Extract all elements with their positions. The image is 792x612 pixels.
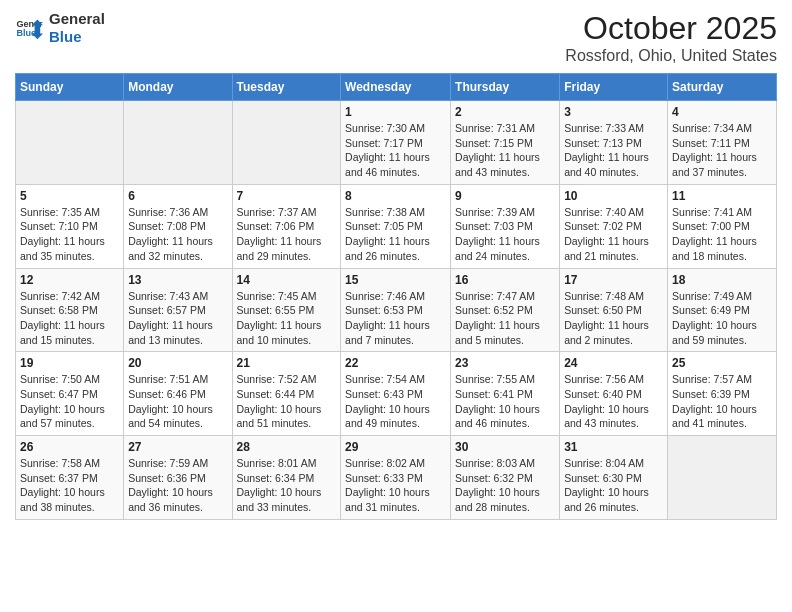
day-info: Sunrise: 7:41 AM Sunset: 7:00 PM Dayligh… [672, 205, 772, 264]
day-info: Sunrise: 7:55 AM Sunset: 6:41 PM Dayligh… [455, 372, 555, 431]
calendar-cell: 24Sunrise: 7:56 AM Sunset: 6:40 PM Dayli… [560, 352, 668, 436]
logo-text-general: General [49, 10, 105, 28]
day-number: 11 [672, 189, 772, 203]
calendar-cell [232, 101, 341, 185]
day-info: Sunrise: 7:30 AM Sunset: 7:17 PM Dayligh… [345, 121, 446, 180]
day-number: 12 [20, 273, 119, 287]
calendar-week-row: 5Sunrise: 7:35 AM Sunset: 7:10 PM Daylig… [16, 184, 777, 268]
weekday-header: Wednesday [341, 74, 451, 101]
calendar-week-row: 19Sunrise: 7:50 AM Sunset: 6:47 PM Dayli… [16, 352, 777, 436]
day-info: Sunrise: 7:34 AM Sunset: 7:11 PM Dayligh… [672, 121, 772, 180]
day-number: 8 [345, 189, 446, 203]
day-number: 17 [564, 273, 663, 287]
title-block: October 2025 Rossford, Ohio, United Stat… [565, 10, 777, 65]
calendar-subtitle: Rossford, Ohio, United States [565, 47, 777, 65]
day-number: 19 [20, 356, 119, 370]
day-info: Sunrise: 7:59 AM Sunset: 6:36 PM Dayligh… [128, 456, 227, 515]
weekday-header: Monday [124, 74, 232, 101]
calendar-cell: 14Sunrise: 7:45 AM Sunset: 6:55 PM Dayli… [232, 268, 341, 352]
day-number: 1 [345, 105, 446, 119]
day-info: Sunrise: 7:38 AM Sunset: 7:05 PM Dayligh… [345, 205, 446, 264]
day-info: Sunrise: 7:47 AM Sunset: 6:52 PM Dayligh… [455, 289, 555, 348]
day-number: 13 [128, 273, 227, 287]
day-info: Sunrise: 7:36 AM Sunset: 7:08 PM Dayligh… [128, 205, 227, 264]
calendar-week-row: 12Sunrise: 7:42 AM Sunset: 6:58 PM Dayli… [16, 268, 777, 352]
logo: General Blue General Blue [15, 10, 105, 46]
day-number: 18 [672, 273, 772, 287]
day-info: Sunrise: 7:58 AM Sunset: 6:37 PM Dayligh… [20, 456, 119, 515]
day-info: Sunrise: 7:43 AM Sunset: 6:57 PM Dayligh… [128, 289, 227, 348]
day-number: 9 [455, 189, 555, 203]
day-info: Sunrise: 7:31 AM Sunset: 7:15 PM Dayligh… [455, 121, 555, 180]
calendar-cell: 21Sunrise: 7:52 AM Sunset: 6:44 PM Dayli… [232, 352, 341, 436]
calendar-cell: 9Sunrise: 7:39 AM Sunset: 7:03 PM Daylig… [451, 184, 560, 268]
weekday-header: Sunday [16, 74, 124, 101]
calendar-cell: 20Sunrise: 7:51 AM Sunset: 6:46 PM Dayli… [124, 352, 232, 436]
calendar-cell: 11Sunrise: 7:41 AM Sunset: 7:00 PM Dayli… [668, 184, 777, 268]
calendar-cell: 19Sunrise: 7:50 AM Sunset: 6:47 PM Dayli… [16, 352, 124, 436]
day-number: 29 [345, 440, 446, 454]
day-number: 2 [455, 105, 555, 119]
day-info: Sunrise: 8:03 AM Sunset: 6:32 PM Dayligh… [455, 456, 555, 515]
day-number: 6 [128, 189, 227, 203]
day-info: Sunrise: 7:56 AM Sunset: 6:40 PM Dayligh… [564, 372, 663, 431]
calendar-cell: 5Sunrise: 7:35 AM Sunset: 7:10 PM Daylig… [16, 184, 124, 268]
day-info: Sunrise: 7:40 AM Sunset: 7:02 PM Dayligh… [564, 205, 663, 264]
logo-icon: General Blue [15, 14, 43, 42]
calendar-cell: 8Sunrise: 7:38 AM Sunset: 7:05 PM Daylig… [341, 184, 451, 268]
calendar-cell: 1Sunrise: 7:30 AM Sunset: 7:17 PM Daylig… [341, 101, 451, 185]
calendar-body: 1Sunrise: 7:30 AM Sunset: 7:17 PM Daylig… [16, 101, 777, 520]
day-info: Sunrise: 8:04 AM Sunset: 6:30 PM Dayligh… [564, 456, 663, 515]
day-info: Sunrise: 7:35 AM Sunset: 7:10 PM Dayligh… [20, 205, 119, 264]
day-number: 22 [345, 356, 446, 370]
day-number: 15 [345, 273, 446, 287]
day-info: Sunrise: 7:57 AM Sunset: 6:39 PM Dayligh… [672, 372, 772, 431]
day-number: 31 [564, 440, 663, 454]
day-info: Sunrise: 7:54 AM Sunset: 6:43 PM Dayligh… [345, 372, 446, 431]
day-number: 28 [237, 440, 337, 454]
weekday-header: Saturday [668, 74, 777, 101]
day-info: Sunrise: 7:39 AM Sunset: 7:03 PM Dayligh… [455, 205, 555, 264]
calendar-cell: 3Sunrise: 7:33 AM Sunset: 7:13 PM Daylig… [560, 101, 668, 185]
calendar-cell: 30Sunrise: 8:03 AM Sunset: 6:32 PM Dayli… [451, 436, 560, 520]
day-number: 25 [672, 356, 772, 370]
calendar-cell: 15Sunrise: 7:46 AM Sunset: 6:53 PM Dayli… [341, 268, 451, 352]
calendar-cell: 22Sunrise: 7:54 AM Sunset: 6:43 PM Dayli… [341, 352, 451, 436]
day-info: Sunrise: 7:42 AM Sunset: 6:58 PM Dayligh… [20, 289, 119, 348]
day-number: 30 [455, 440, 555, 454]
calendar-cell [124, 101, 232, 185]
day-info: Sunrise: 7:50 AM Sunset: 6:47 PM Dayligh… [20, 372, 119, 431]
day-info: Sunrise: 7:51 AM Sunset: 6:46 PM Dayligh… [128, 372, 227, 431]
page-header: General Blue General Blue October 2025 R… [15, 10, 777, 65]
weekday-header: Tuesday [232, 74, 341, 101]
day-number: 3 [564, 105, 663, 119]
calendar-header: SundayMondayTuesdayWednesdayThursdayFrid… [16, 74, 777, 101]
day-info: Sunrise: 7:49 AM Sunset: 6:49 PM Dayligh… [672, 289, 772, 348]
day-info: Sunrise: 7:48 AM Sunset: 6:50 PM Dayligh… [564, 289, 663, 348]
calendar-cell: 6Sunrise: 7:36 AM Sunset: 7:08 PM Daylig… [124, 184, 232, 268]
weekday-row: SundayMondayTuesdayWednesdayThursdayFrid… [16, 74, 777, 101]
weekday-header: Thursday [451, 74, 560, 101]
day-info: Sunrise: 8:01 AM Sunset: 6:34 PM Dayligh… [237, 456, 337, 515]
calendar-cell: 12Sunrise: 7:42 AM Sunset: 6:58 PM Dayli… [16, 268, 124, 352]
calendar-cell: 28Sunrise: 8:01 AM Sunset: 6:34 PM Dayli… [232, 436, 341, 520]
calendar-cell: 7Sunrise: 7:37 AM Sunset: 7:06 PM Daylig… [232, 184, 341, 268]
day-info: Sunrise: 7:37 AM Sunset: 7:06 PM Dayligh… [237, 205, 337, 264]
calendar-cell: 29Sunrise: 8:02 AM Sunset: 6:33 PM Dayli… [341, 436, 451, 520]
calendar-cell: 13Sunrise: 7:43 AM Sunset: 6:57 PM Dayli… [124, 268, 232, 352]
svg-text:Blue: Blue [16, 28, 36, 38]
day-number: 5 [20, 189, 119, 203]
calendar-cell: 18Sunrise: 7:49 AM Sunset: 6:49 PM Dayli… [668, 268, 777, 352]
day-info: Sunrise: 8:02 AM Sunset: 6:33 PM Dayligh… [345, 456, 446, 515]
calendar-cell: 2Sunrise: 7:31 AM Sunset: 7:15 PM Daylig… [451, 101, 560, 185]
day-number: 20 [128, 356, 227, 370]
calendar-cell: 26Sunrise: 7:58 AM Sunset: 6:37 PM Dayli… [16, 436, 124, 520]
day-number: 24 [564, 356, 663, 370]
calendar-cell: 4Sunrise: 7:34 AM Sunset: 7:11 PM Daylig… [668, 101, 777, 185]
calendar-cell: 31Sunrise: 8:04 AM Sunset: 6:30 PM Dayli… [560, 436, 668, 520]
calendar-cell: 25Sunrise: 7:57 AM Sunset: 6:39 PM Dayli… [668, 352, 777, 436]
day-number: 26 [20, 440, 119, 454]
day-info: Sunrise: 7:45 AM Sunset: 6:55 PM Dayligh… [237, 289, 337, 348]
calendar-cell: 23Sunrise: 7:55 AM Sunset: 6:41 PM Dayli… [451, 352, 560, 436]
day-number: 21 [237, 356, 337, 370]
